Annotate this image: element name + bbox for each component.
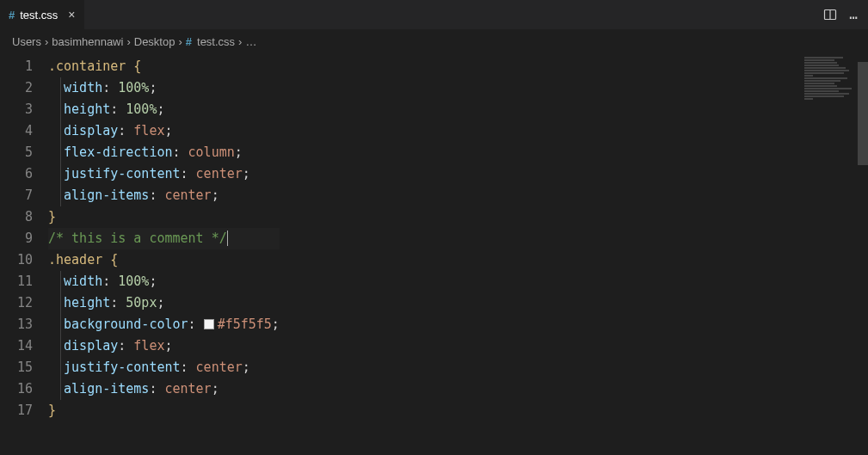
line-number: 11 [0, 271, 48, 292]
tab-filename: test.css [20, 9, 58, 22]
code-line[interactable]: .header { [48, 249, 280, 271]
chevron-right-icon: › [178, 35, 182, 48]
code-line[interactable]: } [48, 400, 280, 421]
tab-test-css[interactable]: # test.css × [0, 0, 85, 29]
line-number: 3 [0, 99, 48, 120]
line-number: 1 [0, 56, 48, 77]
breadcrumb[interactable]: Users › basimhennawi › Desktop › # test.… [0, 30, 868, 52]
breadcrumb-tail[interactable]: … [245, 35, 256, 48]
css-file-icon: # [9, 9, 15, 22]
vertical-scrollbar[interactable] [858, 52, 868, 447]
code-content[interactable]: .container { width: 100%; height: 100%; … [48, 52, 280, 455]
code-line[interactable]: width: 100%; [48, 77, 280, 99]
editor-actions: … [813, 0, 868, 29]
more-actions-icon[interactable]: … [849, 8, 858, 22]
code-line[interactable]: display: flex; [48, 120, 280, 142]
minimap[interactable] [804, 56, 856, 90]
line-number: 15 [0, 357, 48, 378]
chevron-right-icon: › [45, 35, 48, 48]
breadcrumb-seg[interactable]: Desktop [134, 35, 175, 48]
code-line[interactable]: align-items: center; [48, 185, 280, 206]
line-number: 14 [0, 335, 48, 357]
line-number: 7 [0, 185, 48, 206]
code-line[interactable]: background-color: #f5f5f5; [48, 314, 280, 335]
code-line[interactable]: justify-content: center; [48, 163, 280, 185]
text-cursor [227, 231, 228, 246]
close-icon[interactable]: × [68, 8, 75, 22]
color-swatch-icon[interactable] [204, 319, 214, 329]
editor[interactable]: 1 2 3 4 5 6 7 8 9 10 11 12 13 14 15 16 1… [0, 52, 868, 455]
code-line[interactable]: } [48, 206, 280, 228]
code-line[interactable]: .container { [48, 56, 280, 77]
code-line[interactable]: justify-content: center; [48, 357, 280, 378]
breadcrumb-seg[interactable]: basimhennawi [52, 35, 123, 48]
line-number: 17 [0, 400, 48, 421]
code-line[interactable]: width: 100%; [48, 271, 280, 292]
line-number-gutter: 1 2 3 4 5 6 7 8 9 10 11 12 13 14 15 16 1… [0, 52, 48, 455]
scrollbar-thumb[interactable] [858, 62, 868, 165]
code-line[interactable]: height: 100%; [48, 99, 280, 120]
line-number: 2 [0, 77, 48, 99]
breadcrumb-seg[interactable]: Users [12, 35, 41, 48]
line-number: 4 [0, 120, 48, 142]
code-line[interactable]: /* this is a comment */ [48, 228, 280, 249]
chevron-right-icon: › [126, 35, 130, 48]
line-number: 5 [0, 142, 48, 163]
line-number: 8 [0, 206, 48, 228]
split-editor-icon[interactable] [823, 8, 837, 22]
tab-bar: # test.css × … [0, 0, 868, 30]
code-line[interactable]: flex-direction: column; [48, 142, 280, 163]
line-number: 12 [0, 292, 48, 314]
line-number: 6 [0, 163, 48, 185]
line-number: 9 [0, 228, 48, 249]
code-line[interactable]: align-items: center; [48, 378, 280, 400]
code-line[interactable]: display: flex; [48, 335, 280, 357]
css-file-icon: # [186, 35, 192, 48]
line-number: 10 [0, 249, 48, 271]
code-line[interactable]: height: 50px; [48, 292, 280, 314]
line-number: 13 [0, 314, 48, 335]
chevron-right-icon: › [238, 35, 242, 48]
line-number: 16 [0, 378, 48, 400]
breadcrumb-seg[interactable]: test.css [197, 35, 235, 48]
